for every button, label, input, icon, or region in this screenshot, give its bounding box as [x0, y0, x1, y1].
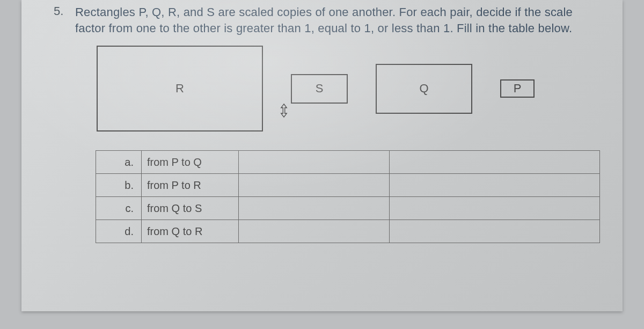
- rectangle-Q-label: Q: [419, 82, 428, 96]
- table-row: b. from P to R: [96, 174, 600, 197]
- rectangle-P-label: P: [514, 82, 522, 96]
- row-desc: from Q to S: [142, 197, 239, 220]
- problem-number: 5.: [54, 4, 63, 18]
- rectangle-R-label: R: [175, 82, 184, 96]
- row-letter: a.: [96, 151, 142, 174]
- row-answer-1[interactable]: [239, 197, 390, 220]
- resize-cursor-icon: [278, 103, 290, 118]
- problem-block: 5. Rectangles P, Q, R, and S are scaled …: [75, 4, 601, 36]
- row-answer-1[interactable]: [239, 220, 390, 243]
- table-row: d. from Q to R: [96, 220, 600, 243]
- rectangle-S: S: [291, 74, 348, 104]
- problem-text: Rectangles P, Q, R, and S are scaled cop…: [75, 4, 601, 36]
- rectangle-R: R: [97, 46, 263, 131]
- row-desc: from P to R: [142, 174, 239, 197]
- row-answer-1[interactable]: [239, 151, 390, 174]
- row-answer-1[interactable]: [239, 174, 390, 197]
- row-answer-2[interactable]: [390, 174, 600, 197]
- row-answer-2[interactable]: [390, 197, 600, 220]
- row-desc: from P to Q: [142, 151, 239, 174]
- row-letter: d.: [96, 220, 142, 243]
- table-row: a. from P to Q: [96, 151, 600, 174]
- worksheet-page: 5. Rectangles P, Q, R, and S are scaled …: [21, 0, 623, 311]
- row-letter: b.: [96, 174, 142, 197]
- rectangle-Q: Q: [376, 64, 472, 114]
- rectangles-row: R S Q P: [97, 38, 601, 140]
- rectangle-P: P: [500, 79, 535, 98]
- rectangle-S-label: S: [316, 82, 324, 96]
- answer-table: a. from P to Q b. from P to R c. from Q …: [96, 150, 600, 243]
- row-letter: c.: [96, 197, 142, 220]
- table-row: c. from Q to S: [96, 197, 600, 220]
- row-answer-2[interactable]: [390, 151, 600, 174]
- row-answer-2[interactable]: [390, 220, 600, 243]
- row-desc: from Q to R: [142, 220, 239, 243]
